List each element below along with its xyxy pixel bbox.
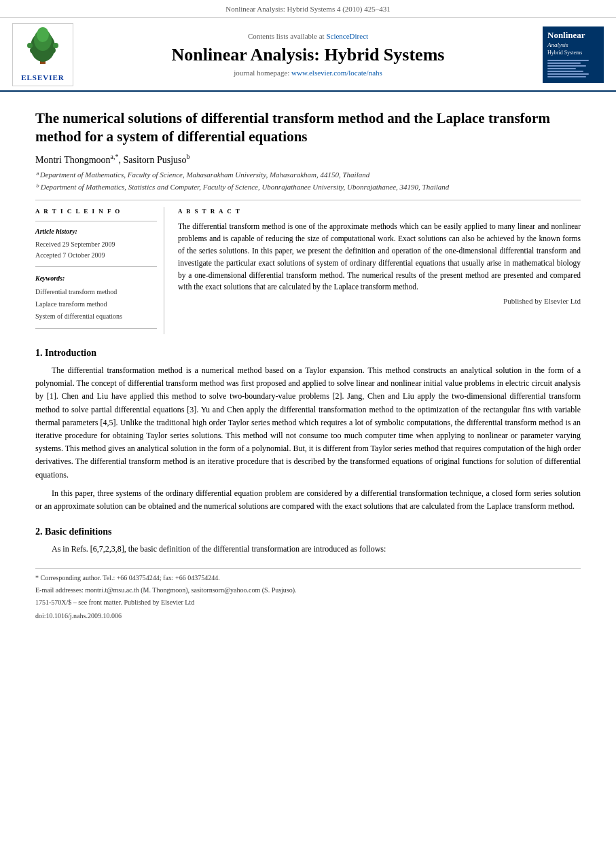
info-divider3 <box>35 328 157 329</box>
article-history-received: Received 29 September 2009 Accepted 7 Oc… <box>35 239 157 261</box>
logo-line-1 <box>547 60 589 61</box>
sciencedirect-line: Contents lists available at ScienceDirec… <box>81 31 535 41</box>
keywords-label: Keywords: <box>35 274 157 283</box>
journal-title: Nonlinear Analysis: Hybrid Systems <box>81 44 535 65</box>
author1-sup: a,* <box>111 153 119 160</box>
affiliations: ᵃ Department of Mathematics, Faculty of … <box>35 169 581 193</box>
svg-point-7 <box>53 43 58 48</box>
svg-point-3 <box>37 27 49 42</box>
logo-line-2 <box>547 62 581 64</box>
footnote-area: * Corresponding author. Tel.: +66 043754… <box>35 568 581 622</box>
journal-homepage: journal homepage: www.elsevier.com/locat… <box>81 68 535 78</box>
published-by: Published by Elsevier Ltd <box>178 296 581 306</box>
authors-line: Montri Thongmoona,*, Sasitorn Pusjusob <box>35 152 581 166</box>
svg-point-6 <box>27 43 33 48</box>
logo-line-7 <box>547 76 586 77</box>
content-area: The numerical solutions of differential … <box>0 92 616 628</box>
logo-line-5 <box>547 71 583 72</box>
logo-line-6 <box>547 73 589 75</box>
article-info-label: A R T I C L E I N F O <box>35 207 157 216</box>
elsevier-logo: ELSEVIER <box>12 23 73 86</box>
basic-heading: 2. Basic definitions <box>35 525 581 539</box>
journal-logo-right: Nonlinear Analysis Hybrid Systems <box>543 26 604 82</box>
article-info-abstract: A R T I C L E I N F O Article history: R… <box>35 207 581 335</box>
intro-paragraph-2: In this paper, three systems of the ordi… <box>35 487 581 513</box>
info-divider2 <box>35 266 157 267</box>
logo-line-4 <box>547 68 576 69</box>
article-title: The numerical solutions of differential … <box>35 109 581 147</box>
journal-logo-box: Nonlinear Analysis Hybrid Systems <box>543 26 604 82</box>
info-divider <box>35 221 157 221</box>
footnote-issn: 1751-570X/$ – see front matter. Publishe… <box>35 597 581 608</box>
author2-name: , Sasitorn Pusjuso <box>119 154 187 164</box>
journal-info-bar: Nonlinear Analysis: Hybrid Systems 4 (20… <box>0 0 616 18</box>
basic-paragraph-1: As in Refs. [6,7,2,3,8], the basic defin… <box>35 543 581 556</box>
journal-header: ELSEVIER Contents lists available at Sci… <box>0 18 616 92</box>
intro-heading: 1. Introduction <box>35 346 581 360</box>
abstract-label: A B S T R A C T <box>178 207 581 216</box>
keywords-content: Differential transform method Laplace tr… <box>35 286 157 323</box>
journal-citation: Nonlinear Analysis: Hybrid Systems 4 (20… <box>225 5 391 13</box>
journal-center: Contents lists available at ScienceDirec… <box>81 31 535 79</box>
article-history-label: Article history: <box>35 227 157 236</box>
kw3: System of differential equations <box>35 310 157 323</box>
article-info-col: A R T I C L E I N F O Article history: R… <box>35 207 164 335</box>
kw2: Laplace transform method <box>35 298 157 310</box>
affil-a: ᵃ Department of Mathematics, Faculty of … <box>35 169 581 181</box>
footnote-corresponding: * Corresponding author. Tel.: +66 043754… <box>35 573 581 584</box>
abstract-text: The differential transform method is one… <box>178 221 581 293</box>
logo-line-3 <box>547 65 586 67</box>
affil-b: ᵇ Department of Mathematics, Statistics … <box>35 181 581 193</box>
header-divider <box>35 200 581 200</box>
elsevier-brand-text: ELSEVIER <box>16 73 70 83</box>
author2-sup: b <box>187 153 190 160</box>
footnote-email: E-mail addresses: montri.t@msu.ac.th (M.… <box>35 585 581 596</box>
kw1: Differential transform method <box>35 286 157 298</box>
author1-name: Montri Thongmoon <box>35 154 111 164</box>
logo-box-subtitle: Analysis <box>547 41 599 50</box>
footnote-doi: doi:10.1016/j.nahs.2009.10.006 <box>35 611 581 622</box>
sciencedirect-link[interactable]: ScienceDirect <box>326 32 368 40</box>
logo-box-title: Nonlinear <box>547 31 599 40</box>
logo-lines <box>547 60 599 77</box>
page-wrapper: Nonlinear Analysis: Hybrid Systems 4 (20… <box>0 0 616 841</box>
abstract-col: A B S T R A C T The differential transfo… <box>178 207 581 335</box>
intro-paragraph-1: The differential transformation method i… <box>35 364 581 482</box>
elsevier-tree-icon <box>20 26 66 67</box>
journal-homepage-link[interactable]: www.elsevier.com/locate/nahs <box>291 69 382 77</box>
logo-box-text: Hybrid Systems <box>547 50 599 56</box>
